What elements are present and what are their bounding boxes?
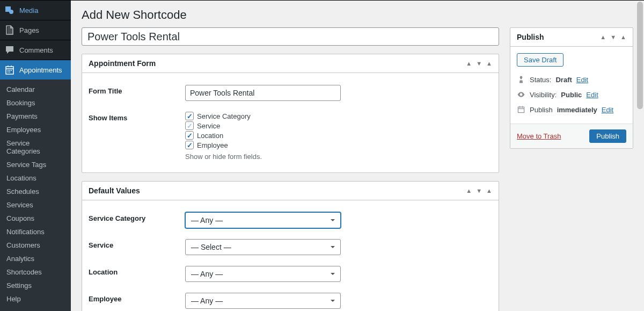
- submenu-employees[interactable]: Employees: [0, 123, 71, 136]
- sidebar-item-media[interactable]: Media: [0, 0, 71, 20]
- checkbox-label: Employee: [197, 141, 228, 149]
- service-select[interactable]: — Select —: [185, 239, 341, 255]
- service-category-label: Service Category: [89, 212, 185, 228]
- status-label: Status:: [530, 76, 551, 84]
- status-value: Draft: [555, 76, 572, 84]
- submenu-coupons[interactable]: Coupons: [0, 212, 71, 225]
- media-icon: [4, 5, 15, 16]
- sidebar-label: Appointments: [19, 66, 62, 74]
- show-items-hint: Show or hide form fields.: [185, 153, 492, 161]
- panel-up-icon[interactable]: ▲: [466, 60, 472, 67]
- main-content: Add New Shortcode Appointment Form ▲ ▼ ▲: [71, 0, 644, 311]
- comments-icon: [4, 45, 15, 55]
- sidebar-label: Comments: [19, 46, 53, 54]
- submenu-extensions[interactable]: Extensions: [0, 306, 71, 311]
- submenu-customers[interactable]: Customers: [0, 238, 71, 252]
- save-draft-button[interactable]: Save Draft: [517, 53, 564, 67]
- panel-down-icon[interactable]: ▼: [476, 187, 482, 194]
- page-title: Add New Shortcode: [82, 1, 633, 27]
- shortcode-title-input[interactable]: [82, 27, 499, 46]
- panel-caret-icon[interactable]: ▲: [486, 60, 492, 67]
- submenu-payments[interactable]: Payments: [0, 110, 71, 123]
- submenu-services[interactable]: Services: [0, 198, 71, 212]
- form-title-input[interactable]: [185, 85, 341, 101]
- publish-button[interactable]: Publish: [589, 129, 626, 143]
- submenu-bookings[interactable]: Bookings: [0, 96, 71, 110]
- svg-rect-2: [518, 107, 524, 112]
- visibility-icon: [517, 90, 525, 99]
- calendar-icon: [517, 105, 525, 114]
- panel-up-icon[interactable]: ▲: [466, 187, 472, 194]
- checkbox-employee[interactable]: [185, 141, 194, 149]
- location-label: Location: [89, 266, 185, 282]
- submenu-help[interactable]: Help: [0, 292, 71, 306]
- panel-down-icon[interactable]: ▼: [610, 34, 616, 40]
- submenu-calendar[interactable]: Calendar: [0, 83, 71, 96]
- submenu-shortcodes[interactable]: Shortcodes: [0, 265, 71, 279]
- admin-sidebar: Media Pages Comments Appointments Calend…: [0, 0, 71, 311]
- sidebar-label: Pages: [19, 26, 39, 34]
- submenu-service-categories[interactable]: Service Categories: [0, 136, 71, 158]
- sidebar-submenu: Calendar Bookings Payments Employees Ser…: [0, 79, 71, 311]
- sidebar-item-appointments[interactable]: Appointments: [0, 60, 71, 79]
- scrollbar-thumb[interactable]: [637, 2, 643, 109]
- pages-icon: [4, 25, 15, 35]
- checkbox-service[interactable]: [185, 121, 194, 130]
- edit-schedule-link[interactable]: Edit: [602, 106, 613, 114]
- publish-panel: Publish ▲ ▼ ▲ Save Draft: [510, 27, 633, 149]
- svg-point-0: [9, 10, 13, 14]
- sidebar-label: Media: [19, 6, 38, 15]
- submenu-schedules[interactable]: Schedules: [0, 185, 71, 198]
- panel-title: Appointment Form: [89, 59, 156, 68]
- checkbox-label: Service Category: [197, 112, 251, 120]
- panel-down-icon[interactable]: ▼: [476, 60, 482, 67]
- employee-label: Employee: [89, 293, 185, 309]
- checkbox-label: Location: [197, 132, 223, 140]
- default-values-panel: Default Values ▲ ▼ ▲ Service Category — …: [82, 181, 499, 311]
- show-items-label: Show Items: [89, 112, 185, 161]
- checkbox-label: Service: [197, 122, 220, 130]
- checkbox-location[interactable]: [185, 131, 194, 140]
- form-title-label: Form Title: [89, 85, 185, 101]
- edit-visibility-link[interactable]: Edit: [586, 91, 598, 99]
- panel-title: Publish: [517, 33, 544, 41]
- scrollbar[interactable]: [636, 1, 644, 311]
- location-select[interactable]: — Any —: [185, 266, 341, 282]
- pin-icon: [517, 75, 525, 84]
- schedule-label: Publish: [530, 106, 553, 114]
- calendar-icon: [4, 64, 15, 75]
- sidebar-item-pages[interactable]: Pages: [0, 20, 71, 40]
- panel-caret-icon[interactable]: ▲: [620, 34, 626, 40]
- move-to-trash-link[interactable]: Move to Trash: [517, 132, 561, 140]
- submenu-locations[interactable]: Locations: [0, 171, 71, 185]
- submenu-notifications[interactable]: Notifications: [0, 225, 71, 238]
- visibility-label: Visibility:: [530, 91, 557, 99]
- service-category-select[interactable]: — Any —: [185, 212, 341, 228]
- employee-select[interactable]: — Any —: [185, 293, 341, 309]
- submenu-analytics[interactable]: Analytics: [0, 252, 71, 265]
- submenu-service-tags[interactable]: Service Tags: [0, 158, 71, 171]
- panel-caret-icon[interactable]: ▲: [486, 187, 492, 194]
- checkbox-service-category[interactable]: [185, 112, 194, 120]
- schedule-value: immediately: [557, 106, 597, 114]
- sidebar-item-comments[interactable]: Comments: [0, 40, 71, 60]
- panel-title: Default Values: [89, 186, 140, 195]
- panel-up-icon[interactable]: ▲: [600, 34, 606, 40]
- submenu-settings[interactable]: Settings: [0, 279, 71, 292]
- edit-status-link[interactable]: Edit: [576, 76, 588, 84]
- appointment-form-panel: Appointment Form ▲ ▼ ▲ Form Title: [82, 54, 499, 173]
- visibility-value: Public: [561, 91, 582, 99]
- service-label: Service: [89, 239, 185, 255]
